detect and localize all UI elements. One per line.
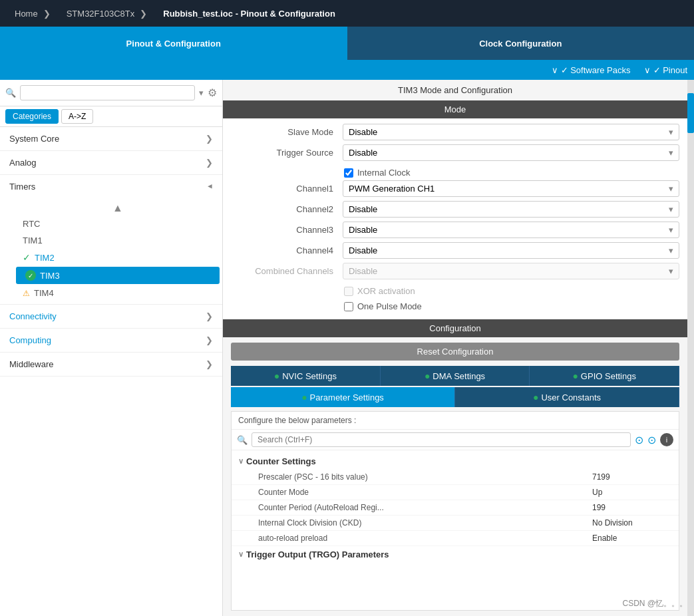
trigger-source-label: Trigger Source <box>231 148 337 158</box>
channel2-row: Channel2 Disable ▾ <box>231 201 679 218</box>
check-green-icon: ✓ <box>23 252 31 263</box>
chevron-right-icon: ❯ <box>206 134 213 144</box>
config-section-header: Configuration <box>223 319 687 337</box>
channel3-select[interactable]: Disable ▾ <box>343 222 679 238</box>
sub-tabs: ∨ ✓ Software Packs ∨ ✓ Pinout <box>0 60 694 80</box>
config-tabs-row2: ● Parameter Settings ● User Constants <box>231 387 679 407</box>
param-list: ∨ Counter Settings Prescaler (PSC - 16 b… <box>232 450 679 610</box>
channel1-label: Channel1 <box>231 184 337 194</box>
tab-categories[interactable]: Categories <box>5 109 59 124</box>
watermark: CSDN @忆。。。 <box>622 598 687 609</box>
settings-gear-icon[interactable]: ⚙ <box>208 86 217 99</box>
sidebar-section-header-computing[interactable]: Computing ❯ <box>0 329 222 352</box>
sidebar-section-header-timers[interactable]: Timers ▾ <box>0 175 222 198</box>
tab-pinout-config[interactable]: Pinout & Configuration <box>0 27 347 60</box>
sidebar-item-rtc[interactable]: RTC <box>13 216 222 232</box>
content-title: TIM3 Mode and Configuration <box>223 80 687 100</box>
chevron-right-icon: ❯ <box>206 311 213 321</box>
search-icon: 🔍 <box>5 88 16 98</box>
sidebar-search-area: 🔍 ▾ ⚙ <box>0 80 222 106</box>
search-icon: 🔍 <box>237 435 248 445</box>
param-row-autoreload-preload: auto-reload preload Enable <box>232 531 679 546</box>
param-search-input[interactable] <box>252 432 631 447</box>
sidebar-search-input[interactable] <box>20 85 195 100</box>
timers-sub-items: ▲ RTC TIM1 ✓ TIM2 ✓ TIM3 ⚠ TIM4 <box>0 198 222 304</box>
sidebar-item-tim4[interactable]: ⚠ TIM4 <box>13 285 222 301</box>
dot-icon: ● <box>301 392 307 402</box>
sidebar-section-header-analog[interactable]: Analog ❯ <box>0 151 222 174</box>
sidebar-section-header-middleware[interactable]: Middleware ❯ <box>0 353 222 376</box>
param-area-label: Configure the below parameters : <box>232 412 679 430</box>
sidebar: 🔍 ▾ ⚙ Categories A->Z System Core ❯ Anal… <box>0 80 223 616</box>
one-pulse-row: One Pulse Mode <box>231 299 679 314</box>
channel2-select[interactable]: Disable ▾ <box>343 201 679 218</box>
param-group-trigger-output[interactable]: ∨ Trigger Output (TRGO) Parameters <box>232 546 679 563</box>
select-arrow-icon: ▾ <box>669 127 673 137</box>
tab-dma-settings[interactable]: ● DMA Settings <box>381 366 530 386</box>
parameter-area: Configure the below parameters : 🔍 ⊙ ⊙ i… <box>231 411 679 611</box>
tab-az[interactable]: A->Z <box>61 109 93 124</box>
param-group-counter-settings[interactable]: ∨ Counter Settings <box>232 453 679 470</box>
sidebar-section-system-core: System Core ❯ <box>0 127 222 151</box>
xor-row: XOR activation <box>231 283 679 299</box>
xor-checkbox <box>344 287 353 296</box>
channel4-select[interactable]: Disable ▾ <box>343 242 679 259</box>
tab-nvic-settings[interactable]: ● NVIC Settings <box>231 366 381 386</box>
mode-section: Slave Mode Disable ▾ Trigger Source Disa… <box>223 118 687 319</box>
tab-user-constants[interactable]: ● User Constants <box>455 387 679 407</box>
tab-gpio-settings[interactable]: ● GPIO Settings <box>530 366 679 386</box>
chevron-right-icon: ❯ <box>206 359 213 369</box>
channel3-label: Channel3 <box>231 225 337 235</box>
sidebar-item-tim2[interactable]: ✓ TIM2 <box>13 249 222 266</box>
slave-mode-select[interactable]: Disable ▾ <box>343 124 679 140</box>
config-section: Reset Configuration ● NVIC Settings ● DM… <box>223 337 687 616</box>
content-area: TIM3 Mode and Configuration Mode Slave M… <box>223 80 694 616</box>
sidebar-item-tim1[interactable]: TIM1 <box>13 232 222 249</box>
sidebar-section-timers: Timers ▾ ▲ RTC TIM1 ✓ TIM2 ✓ TIM3 <box>0 175 222 305</box>
param-row-prescaler: Prescaler (PSC - 16 bits value) 7199 <box>232 470 679 485</box>
sidebar-section-header-system-core[interactable]: System Core ❯ <box>0 127 222 150</box>
trigger-source-select[interactable]: Disable ▾ <box>343 144 679 161</box>
channel1-select[interactable]: PWM Generation CH1 ▾ <box>343 180 679 197</box>
sidebar-section-header-connectivity[interactable]: Connectivity ❯ <box>0 305 222 328</box>
reset-configuration-button[interactable]: Reset Configuration <box>231 343 679 361</box>
scrollbar-track[interactable] <box>687 80 694 616</box>
slave-mode-label: Slave Mode <box>231 127 337 137</box>
channel4-label: Channel4 <box>231 245 337 255</box>
top-tabs: Pinout & Configuration Clock Configurati… <box>0 27 694 60</box>
breadcrumb-file: Rubbish_test.ioc - Pinout & Configuratio… <box>155 0 343 27</box>
warning-icon: ⚠ <box>23 289 30 298</box>
tab-clock-config[interactable]: Clock Configuration <box>347 27 695 60</box>
info-button[interactable]: i <box>660 433 673 446</box>
dot-icon: ● <box>274 371 279 381</box>
prev-nav-button[interactable]: ⊙ <box>635 434 643 446</box>
select-arrow-icon: ▾ <box>669 184 673 194</box>
channel1-row: Channel1 PWM Generation CH1 ▾ <box>231 180 679 197</box>
scrollbar-thumb[interactable] <box>687 93 694 133</box>
select-arrow-icon: ▾ <box>669 266 673 276</box>
internal-clock-checkbox[interactable] <box>344 168 353 178</box>
sort-icon: ▲ <box>13 201 222 216</box>
channel3-row: Channel3 Disable ▾ <box>231 222 679 238</box>
check-active-icon: ✓ <box>25 270 36 281</box>
breadcrumb-device[interactable]: STM32F103C8Tx <box>59 0 156 27</box>
sub-tab-software-packs[interactable]: ∨ ✓ Software Packs <box>552 65 631 75</box>
sidebar-section-middleware: Middleware ❯ <box>0 353 222 377</box>
breadcrumb-home[interactable]: Home <box>7 0 59 27</box>
sidebar-section-computing: Computing ❯ <box>0 329 222 353</box>
select-arrow-icon: ▾ <box>669 245 673 255</box>
sub-tab-pinout[interactable]: ∨ ✓ Pinout <box>644 65 687 75</box>
tab-parameter-settings[interactable]: ● Parameter Settings <box>231 387 455 407</box>
internal-clock-label: Internal Clock <box>357 168 410 178</box>
mode-section-header: Mode <box>223 100 687 118</box>
chevron-right-icon: ❯ <box>206 335 213 345</box>
chevron-down-icon: ▾ <box>206 184 216 189</box>
slave-mode-row: Slave Mode Disable ▾ <box>231 124 679 140</box>
next-nav-button[interactable]: ⊙ <box>647 434 656 446</box>
param-row-clock-division: Internal Clock Division (CKD) No Divisio… <box>232 516 679 531</box>
content-main: TIM3 Mode and Configuration Mode Slave M… <box>223 80 687 616</box>
sidebar-item-tim3[interactable]: ✓ TIM3 <box>16 267 220 284</box>
chevron-right-icon: ❯ <box>206 158 213 168</box>
one-pulse-checkbox[interactable] <box>344 302 353 311</box>
channel2-label: Channel2 <box>231 204 337 214</box>
